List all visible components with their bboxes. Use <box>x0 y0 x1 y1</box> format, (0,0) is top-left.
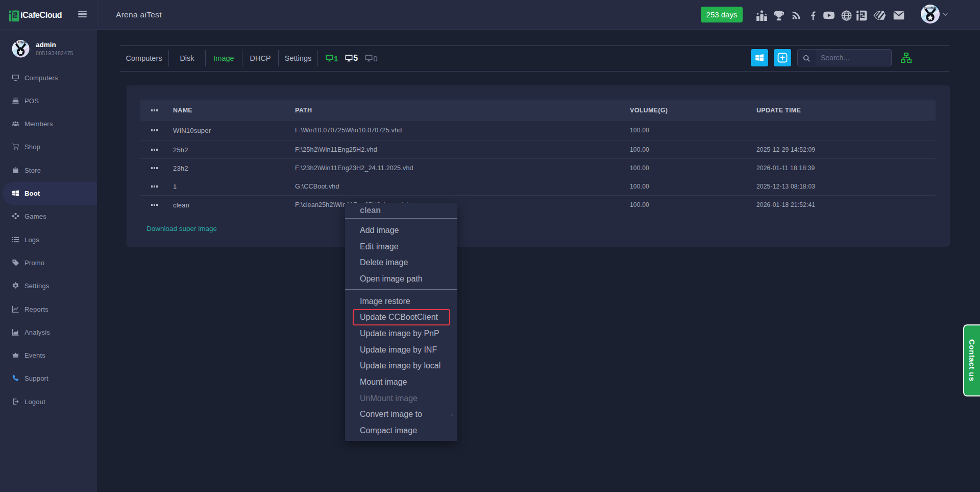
svg-text:PLATINUM: PLATINUM <box>15 41 27 44</box>
svg-text:PLATINUM: PLATINUM <box>924 7 936 9</box>
